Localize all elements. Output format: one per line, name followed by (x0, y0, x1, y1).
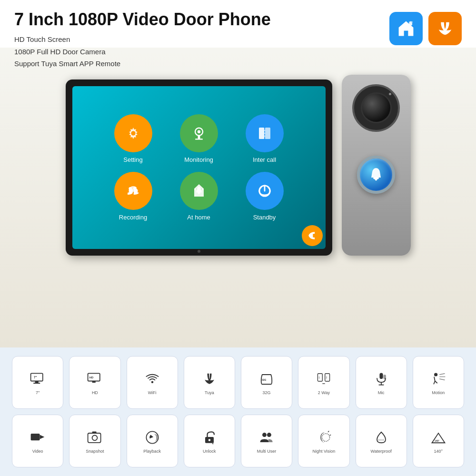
smart-home-icon (389, 12, 423, 45)
recording-btn[interactable]: Recording (105, 172, 162, 221)
svg-point-20 (198, 193, 199, 194)
svg-rect-7 (259, 128, 264, 139)
feat-snapshot: Snapshot (69, 415, 120, 467)
doorbell-unit (342, 75, 411, 256)
svg-rect-51 (92, 431, 97, 434)
svg-text:140°: 140° (435, 440, 439, 442)
doorbell-button[interactable] (357, 156, 395, 194)
monitor-indicator (198, 250, 200, 253)
at-home-btn[interactable]: At home (170, 172, 228, 221)
feat-motion-label: Motion (432, 390, 445, 395)
svg-point-58 (322, 433, 330, 441)
feat-storage: 32G 32G (241, 356, 292, 409)
svg-text:7": 7" (34, 375, 37, 378)
icon-grid: Setting (105, 114, 293, 221)
feat-wifi: WiFi (127, 356, 178, 409)
feat-mic-label: Mic (378, 390, 385, 395)
svg-rect-31 (92, 381, 96, 383)
feat-7inch-label: 7" (36, 390, 40, 395)
svg-line-60 (330, 435, 331, 435)
back-button[interactable] (302, 225, 323, 246)
page-title: 7 Inch 1080P Video Door Phone (14, 10, 271, 30)
setting-btn[interactable]: Setting (105, 114, 162, 163)
feat-unlock-label: Unlock (203, 449, 216, 454)
feat-angle: 140° 140° (413, 415, 464, 467)
svg-rect-49 (88, 433, 101, 443)
feat-weather: Waterproof (356, 415, 407, 467)
feat-two-way-label: 2 Way (318, 390, 330, 395)
feat-7inch: 7" 7" (12, 356, 63, 409)
svg-point-2 (131, 131, 136, 136)
feature-list: HD Touch Screen 1080P Full HD Door Camer… (14, 33, 271, 70)
feat-night-label: Night Vision (312, 449, 335, 454)
feat-tuya: Tuya (184, 356, 235, 409)
feat-two-way: 1 2 2 Way (298, 356, 349, 409)
inter-call-btn[interactable]: Inter call (236, 114, 293, 163)
svg-rect-42 (383, 375, 386, 379)
standby-btn[interactable]: Standby (236, 172, 293, 221)
feat-hd-label: HD (92, 390, 98, 395)
svg-point-17 (133, 187, 136, 190)
feat-angle-label: 140° (434, 449, 443, 454)
feat-wifi-label: WiFi (148, 390, 157, 395)
feat-video-label: Video (32, 449, 43, 454)
feat-playback: Playback (127, 415, 178, 467)
svg-rect-6 (195, 139, 203, 139)
svg-rect-47 (31, 433, 40, 440)
feat-users-label: Multi User (257, 449, 277, 454)
svg-rect-5 (198, 135, 200, 139)
svg-rect-28 (33, 383, 40, 384)
feature-grid: 7" 7" HD HD WiFi Tuya 32G (0, 347, 476, 476)
feat-video: Video (12, 415, 63, 467)
feat-tuya-label: Tuya (205, 390, 214, 395)
svg-point-50 (92, 435, 98, 440)
monitoring-btn[interactable]: Monitoring (170, 114, 228, 163)
camera-dot (389, 93, 391, 95)
feat-night: Night Vision (298, 415, 349, 467)
svg-point-25 (375, 178, 377, 180)
feat-unlock: 2 Unlock (184, 415, 235, 467)
camera-unit (352, 84, 400, 132)
svg-text:2: 2 (212, 441, 214, 445)
svg-point-54 (208, 439, 211, 441)
feat-users: Multi User (241, 415, 292, 467)
svg-text:32G: 32G (262, 378, 266, 381)
tuya-icon (428, 12, 462, 45)
svg-line-44 (439, 373, 445, 374)
svg-point-33 (151, 381, 153, 383)
feat-motion: Motion (413, 356, 464, 409)
svg-rect-39 (379, 373, 383, 379)
svg-text:2: 2 (326, 376, 327, 378)
feat-weather-label: Waterproof (371, 449, 392, 454)
brand-icons (389, 12, 462, 45)
svg-line-46 (439, 379, 445, 380)
svg-line-59 (328, 431, 329, 432)
feat-storage-label: 32G (263, 390, 271, 395)
svg-rect-27 (35, 381, 39, 383)
svg-point-43 (434, 373, 437, 376)
monitor: Setting (66, 79, 332, 256)
svg-point-56 (262, 433, 267, 437)
svg-point-4 (197, 130, 200, 133)
svg-text:1: 1 (319, 376, 320, 378)
svg-marker-48 (40, 435, 45, 439)
svg-rect-8 (265, 128, 270, 139)
feat-snapshot-label: Snapshot (86, 449, 104, 454)
svg-text:HD: HD (89, 376, 93, 378)
feat-mic: Mic (356, 356, 407, 409)
svg-point-16 (129, 187, 131, 190)
feat-playback-label: Playback (143, 449, 161, 454)
monitor-screen: Setting (72, 86, 326, 249)
camera-lens (361, 92, 392, 123)
feat-hd: HD HD (69, 356, 120, 409)
svg-point-57 (267, 433, 271, 437)
